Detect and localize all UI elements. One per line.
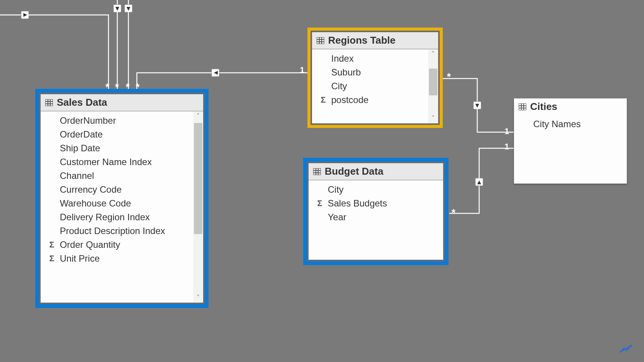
field-list: OrderNumber OrderDate Ship Date Customer… (41, 111, 203, 268)
field-item[interactable]: Currency Code (41, 183, 203, 197)
svg-marker-5 (127, 7, 130, 11)
svg-point-33 (630, 345, 632, 347)
scrollbar[interactable]: ˄ ˅ (193, 111, 203, 303)
field-item[interactable]: Ship Date (41, 141, 203, 155)
cardinality-one: 1 (504, 142, 509, 152)
scrollbar[interactable]: ˄ ˅ (428, 49, 438, 123)
field-item[interactable]: OrderNumber (41, 114, 203, 128)
table-sales-data[interactable]: Sales Data OrderNumber OrderDate Ship Da… (35, 89, 209, 308)
field-item[interactable]: Warehouse Code (41, 197, 203, 210)
svg-rect-17 (317, 37, 324, 44)
field-item[interactable]: ΣUnit Price (41, 252, 203, 265)
table-icon (519, 103, 526, 110)
table-header[interactable]: Sales Data (41, 94, 203, 111)
table-icon (45, 99, 53, 106)
field-item[interactable]: Index (312, 52, 438, 66)
table-regions[interactable]: Regions Table Index Suburb City Σpostcod… (307, 28, 443, 128)
field-item[interactable]: ΣSales Budgets (309, 197, 443, 210)
svg-rect-10 (475, 178, 483, 186)
scroll-down-icon[interactable]: ˅ (197, 293, 200, 302)
svg-rect-6 (212, 69, 219, 77)
sigma-icon: Σ (48, 240, 56, 250)
svg-rect-8 (473, 102, 481, 109)
field-item[interactable]: Product Description Index (41, 224, 203, 238)
svg-rect-27 (519, 103, 526, 110)
field-list: City Names (514, 115, 627, 133)
svg-rect-22 (313, 168, 321, 175)
table-icon (313, 168, 321, 175)
table-title: Sales Data (57, 97, 107, 108)
scroll-thumb[interactable] (429, 69, 437, 95)
svg-marker-9 (475, 104, 479, 108)
svg-marker-7 (214, 71, 218, 75)
field-item[interactable]: Σpostcode (312, 93, 438, 107)
table-header[interactable]: Regions Table (312, 32, 438, 49)
scroll-down-icon[interactable]: ˅ (432, 114, 435, 123)
cardinality-many: * (447, 71, 451, 83)
sigma-icon: Σ (48, 254, 56, 264)
field-item[interactable]: City Names (514, 117, 627, 131)
table-icon (317, 37, 324, 44)
svg-marker-11 (477, 180, 481, 184)
svg-rect-4 (125, 5, 132, 12)
svg-marker-32 (620, 346, 631, 352)
table-title: Regions Table (328, 34, 396, 46)
scroll-up-icon[interactable]: ˄ (432, 49, 435, 58)
field-list: Index Suburb City Σpostcode (312, 49, 438, 109)
table-title: Cities (530, 101, 557, 113)
cardinality-one: 1 (504, 126, 509, 136)
field-item[interactable]: Channel (41, 169, 203, 183)
table-header[interactable]: Cities (514, 98, 627, 115)
field-item[interactable]: OrderDate (41, 128, 203, 141)
table-title: Budget Data (325, 165, 383, 177)
svg-marker-3 (115, 7, 119, 11)
svg-rect-12 (45, 99, 53, 106)
field-item[interactable]: Year (309, 210, 443, 224)
table-cities[interactable]: Cities City Names (514, 98, 627, 184)
svg-marker-1 (23, 13, 27, 17)
field-item[interactable]: Suburb (312, 66, 438, 79)
cardinality-many: * (452, 207, 455, 219)
svg-rect-0 (21, 11, 29, 19)
field-item[interactable]: ΣOrder Quantity (41, 238, 203, 252)
field-list: City ΣSales Budgets Year (309, 180, 443, 226)
brand-logo-icon (619, 342, 632, 354)
table-header[interactable]: Budget Data (309, 163, 443, 180)
field-item[interactable]: Delivery Region Index (41, 210, 203, 224)
field-item[interactable]: Customer Name Index (41, 155, 203, 169)
field-item[interactable]: City (312, 79, 438, 93)
svg-rect-2 (113, 5, 121, 12)
cardinality-one: 1 (300, 65, 304, 75)
model-canvas[interactable]: 1 * 1 1 * * * * * Sales Data OrderNumber… (0, 0, 644, 362)
field-item[interactable]: City (309, 183, 443, 197)
table-budget-data[interactable]: Budget Data City ΣSales Budgets Year (303, 158, 449, 265)
scroll-up-icon[interactable]: ˄ (197, 111, 200, 120)
sigma-icon: Σ (319, 95, 327, 105)
sigma-icon: Σ (315, 198, 324, 208)
scroll-thumb[interactable] (194, 123, 202, 234)
